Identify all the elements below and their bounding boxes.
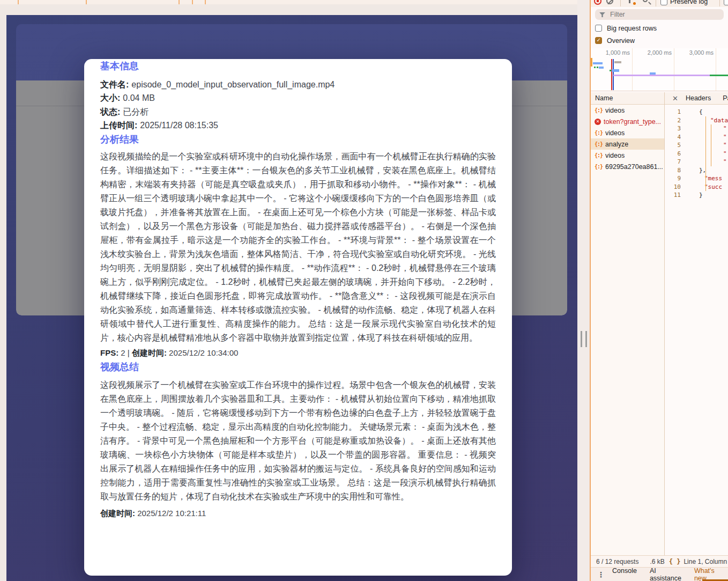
json-icon: {:} <box>595 141 603 147</box>
analysis-body-text: 这段视频描绘的是一个实验室或科研环境中的自动化操作场景，画面中有一个机械臂正在执… <box>100 150 496 345</box>
overview-bar <box>594 67 596 68</box>
preserve-log-checkbox[interactable] <box>660 0 667 5</box>
devtools-resize-handle[interactable] <box>581 331 587 347</box>
code-text: "succ <box>699 183 722 192</box>
field-value: 已分析 <box>123 107 148 116</box>
tick-label: 2,000 ms <box>648 49 672 56</box>
overview-option[interactable]: Overview <box>591 34 728 47</box>
toolbar-separator <box>719 0 720 6</box>
indent-guide <box>705 116 706 192</box>
summary-body-text: 这段视频展示了一个机械臂在实验室或工作台环境中的操作过程。场景中包含一个银灰色的… <box>100 378 496 504</box>
fps-value: 2 <box>118 348 128 357</box>
overview-bar-long-purple <box>613 75 710 77</box>
search-icon[interactable] <box>643 0 648 2</box>
drawer-tab-ai-assistance[interactable]: AI assistance <box>650 567 681 581</box>
field-label: 文件名: <box>100 80 129 89</box>
tab-separator <box>179 0 180 4</box>
overview-checkbox[interactable] <box>595 37 602 44</box>
network-filter-field[interactable] <box>595 9 724 20</box>
code-line: 9"mess <box>665 174 728 183</box>
code-line: 7" <box>665 158 728 166</box>
big-request-rows-checkbox[interactable] <box>595 25 602 32</box>
braces-format-icon[interactable]: { } <box>669 558 681 565</box>
network-overview-timeline[interactable]: 1,000 ms 2,000 ms 3,000 ms <box>591 48 728 91</box>
meta-separator: | <box>128 348 132 357</box>
disable-cache-checkbox[interactable] <box>724 0 728 5</box>
line-number: 3 <box>665 124 681 133</box>
code-line: 2"data <box>665 116 728 125</box>
overview-bar <box>599 67 604 69</box>
analysis-created-value: 2025/12/2 10:34:00 <box>167 348 238 357</box>
code-text: " <box>699 158 727 166</box>
indent-guide <box>711 124 711 166</box>
line-number: 4 <box>665 133 681 142</box>
summary-created-line: 创建时间: 2025/12/2 10:21:11 <box>100 506 496 520</box>
tab-payload[interactable]: Payload <box>723 94 728 102</box>
request-row[interactable]: {:}analyze <box>591 138 664 150</box>
json-icon: {:} <box>595 164 603 170</box>
field-label: 状态: <box>100 107 120 116</box>
devtools-network-panel: Preserve log Big request rows Overview 1… <box>590 0 728 581</box>
name-column-header[interactable]: Name <box>591 92 664 105</box>
request-row[interactable]: {:}videos <box>591 105 664 116</box>
overview-bar <box>614 61 621 63</box>
request-row[interactable]: {:}videos <box>591 127 664 138</box>
clear-network-log-icon[interactable] <box>606 0 613 4</box>
request-row[interactable]: ✕token?grant_type... <box>591 116 664 127</box>
detail-tab-bar: ✕ Headers Payload <box>665 92 728 105</box>
request-name: videos <box>605 107 625 114</box>
fps-label: FPS: <box>100 348 118 357</box>
request-name: 69295a270ea861... <box>605 163 663 171</box>
request-row[interactable]: {:}69295a270ea861... <box>591 161 664 172</box>
code-line: 1{ <box>665 108 728 116</box>
code-text: { <box>699 108 703 116</box>
analysis-created-label: 创建时间: <box>132 348 167 357</box>
line-number: 9 <box>665 174 681 183</box>
tick-label: 3,000 ms <box>689 49 714 56</box>
drawer-tab-console[interactable]: Console <box>612 567 637 581</box>
network-status-bar: 6 / 12 requests .6 kB { } Line 1, Column… <box>591 555 728 567</box>
section-title-basic-info: 基本信息 <box>100 59 496 73</box>
info-field: 状态:已分析 <box>100 105 496 119</box>
info-field: 文件名:episode_0_model_input_observation_fu… <box>100 78 496 91</box>
summary-created-label: 创建时间: <box>100 509 135 518</box>
line-number: 1 <box>665 108 681 116</box>
request-row[interactable]: {:}videos <box>591 150 664 161</box>
tab-headers[interactable]: Headers <box>686 94 711 102</box>
line-number: 10 <box>665 183 681 192</box>
section-title-analysis: 分析结果 <box>100 133 496 146</box>
overview-bar <box>612 69 619 72</box>
request-name: token?grant_type... <box>604 118 661 126</box>
kebab-menu-icon[interactable]: ⋮ <box>597 570 605 579</box>
cursor-position: Line 1, Column 1 <box>684 558 728 565</box>
json-icon: {:} <box>595 152 603 158</box>
response-json-viewer[interactable]: 1{2"data3"4"5"6"7"8},9"mess10"succ11} <box>665 105 728 200</box>
record-network-log-icon[interactable] <box>594 0 601 5</box>
code-text: " <box>699 150 727 158</box>
funnel-icon <box>599 12 605 17</box>
code-text: } <box>699 191 703 200</box>
filter-icon[interactable] <box>626 0 636 5</box>
overview-bar <box>597 67 598 68</box>
big-request-rows-option[interactable]: Big request rows <box>591 22 728 34</box>
overview-marker-red <box>611 59 612 90</box>
json-icon: {:} <box>595 130 603 136</box>
gridline-3000ms <box>716 48 716 91</box>
code-line: 11} <box>665 191 728 200</box>
filter-input[interactable] <box>609 10 705 19</box>
drawer-tab-bar: ⋮ ConsoleAI assistanceWhat's new <box>591 567 728 581</box>
tab-separator <box>192 0 193 4</box>
code-text: " <box>699 124 727 133</box>
code-text: " <box>699 133 727 142</box>
error-icon: ✕ <box>595 119 601 125</box>
tab-separator <box>86 0 87 4</box>
code-text: "data <box>699 116 728 125</box>
filter-active-dot <box>633 2 636 5</box>
panel-divider <box>577 0 590 581</box>
code-line: 4" <box>665 133 728 142</box>
gridline-1000ms <box>632 48 633 91</box>
request-list-pane: Name {:}videos✕token?grant_type...{:}vid… <box>591 92 665 555</box>
overview-label: Overview <box>607 37 635 45</box>
request-detail-pane: ✕ Headers Payload 1{2"data3"4"5"6"7"8},9… <box>665 92 728 555</box>
close-icon[interactable]: ✕ <box>672 94 678 102</box>
